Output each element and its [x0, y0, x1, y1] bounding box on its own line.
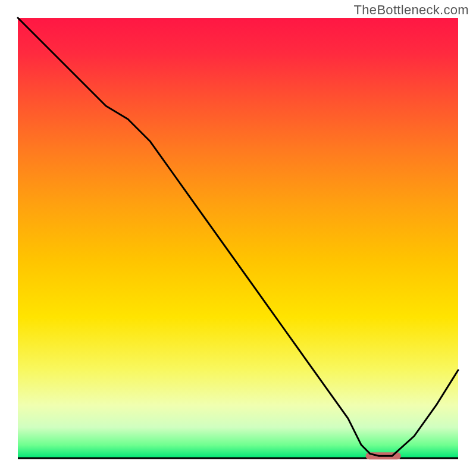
- bottleneck-chart: [0, 0, 476, 476]
- chart-container: TheBottleneck.com: [0, 0, 476, 476]
- brand-watermark: TheBottleneck.com: [354, 2, 469, 18]
